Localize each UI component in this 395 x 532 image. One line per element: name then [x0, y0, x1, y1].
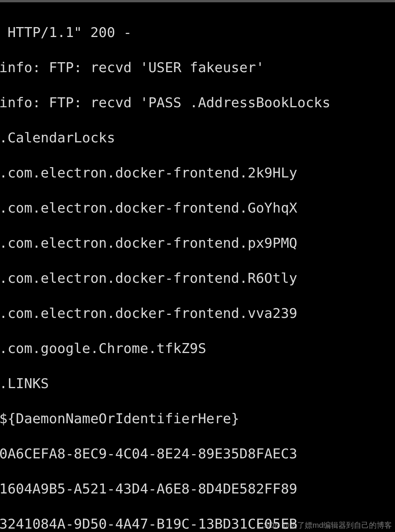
terminal-line: 0A6CEFA8-8EC9-4C04-8E24-89E35D8FAEC3	[0, 445, 395, 463]
terminal-line: .LINKS	[0, 375, 395, 392]
terminal-line: HTTP/1.1" 200 -	[0, 24, 395, 41]
terminal-line: .com.google.Chrome.tfkZ9S	[0, 340, 395, 357]
terminal-line: .CalendarLocks	[0, 129, 395, 147]
terminal-line: info: FTP: recvd 'PASS .AddressBookLocks	[0, 94, 395, 111]
terminal-line: .com.electron.docker-frontend.vva239	[0, 305, 395, 322]
terminal-line: ${DaemonNameOrIdentifierHere}	[0, 410, 395, 427]
terminal-output[interactable]: HTTP/1.1" 200 - info: FTP: recvd 'USER f…	[0, 2, 395, 532]
terminal-line: .com.electron.docker-frontend.px9PMQ	[0, 234, 395, 252]
terminal-line: .com.electron.docker-frontend.GoYhqX	[0, 199, 395, 217]
terminal-line: info: FTP: recvd 'USER fakeuser'	[0, 59, 395, 76]
csdn-watermark: CSDN @为了嫖md编辑器到自己的博客	[258, 520, 392, 530]
terminal-line: .com.electron.docker-frontend.2k9HLy	[0, 164, 395, 182]
terminal-line: .com.electron.docker-frontend.R6Otly	[0, 269, 395, 287]
terminal-line: 1604A9B5-A521-43D4-A6E8-8D4DE582FF89	[0, 480, 395, 498]
